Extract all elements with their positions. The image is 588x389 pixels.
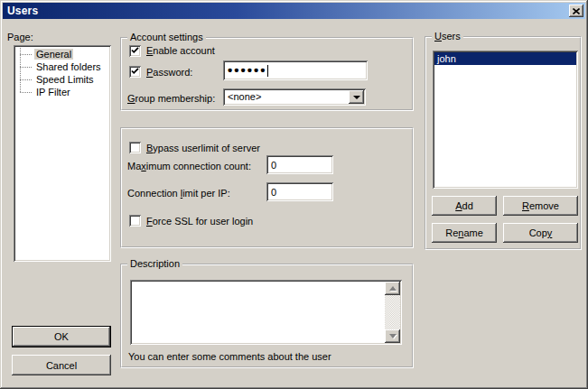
- password-label[interactable]: Password:: [146, 67, 192, 79]
- dropdown-button[interactable]: [349, 90, 364, 104]
- check-icon: [131, 68, 139, 75]
- close-icon: [573, 8, 580, 14]
- page-item-label: Speed Limits: [34, 74, 96, 85]
- ok-label: OK: [54, 331, 69, 342]
- account-settings-group: Account settings Enable account Password…: [120, 37, 414, 111]
- remove-button[interactable]: Remove: [503, 196, 578, 216]
- description-group: Description You can enter some comments …: [120, 264, 414, 368]
- cancel-button[interactable]: Cancel: [12, 355, 111, 375]
- description-hint: You can enter some comments about the us…: [128, 351, 331, 363]
- connection-limit-per-ip-label: Connection limit per IP:: [127, 188, 230, 199]
- user-list-item[interactable]: john: [434, 52, 576, 65]
- password-masked-value: ••••••: [228, 63, 267, 78]
- close-button[interactable]: [569, 5, 583, 17]
- rename-button[interactable]: Rename: [432, 223, 497, 243]
- bypass-userlimit-checkbox[interactable]: [129, 142, 141, 153]
- account-settings-title: Account settings: [127, 32, 206, 43]
- users-group: Users john Add Remove Rename Copy: [425, 36, 582, 250]
- users-group-title: Users: [432, 31, 463, 42]
- page-item-label: IP Filter: [34, 87, 72, 97]
- force-ssl-label[interactable]: Force SSL for user login: [146, 216, 253, 227]
- connection-limit-per-ip-input[interactable]: [266, 182, 333, 201]
- group-membership-value: <none>: [228, 91, 261, 103]
- scroll-up-button[interactable]: [385, 282, 400, 295]
- copy-button[interactable]: Copy: [503, 223, 578, 243]
- enable-account-checkbox[interactable]: [129, 45, 141, 57]
- window-title: Users: [7, 5, 38, 17]
- titlebar[interactable]: Users: [3, 3, 585, 19]
- arrow-up-icon: [389, 282, 397, 291]
- arrow-down-icon: [389, 334, 397, 342]
- bypass-userlimit-label[interactable]: Bypass userlimit of server: [146, 143, 260, 154]
- cancel-label: Cancel: [46, 360, 77, 371]
- group-membership-select[interactable]: <none>: [223, 88, 366, 106]
- page-list[interactable]: General Shared folders Speed Limits IP F…: [14, 45, 111, 262]
- scrollbar-track[interactable]: [385, 295, 400, 329]
- password-input[interactable]: ••••••: [223, 60, 368, 80]
- text-caret: [267, 65, 268, 77]
- copy-label: Copy: [529, 227, 553, 238]
- rename-label: Rename: [445, 227, 483, 238]
- max-connection-input[interactable]: [266, 155, 333, 174]
- users-list[interactable]: john: [433, 51, 578, 189]
- page-item-label: Shared folders: [34, 61, 103, 72]
- description-textarea[interactable]: [130, 280, 402, 345]
- force-ssl-checkbox[interactable]: [129, 215, 141, 227]
- limits-group: Bypass userlimit of server Maximum conne…: [120, 127, 414, 248]
- users-dialog: Users Page: General Shared folders Speed…: [0, 0, 588, 389]
- page-item-label: General: [34, 49, 73, 60]
- password-checkbox[interactable]: [129, 66, 141, 78]
- page-item-shared-folders[interactable]: Shared folders: [15, 60, 111, 73]
- check-icon: [131, 47, 139, 54]
- page-tree: General Shared folders Speed Limits IP F…: [15, 47, 111, 98]
- description-title: Description: [127, 258, 182, 270]
- group-membership-label: Group membership:: [127, 93, 215, 105]
- page-item-speed-limits[interactable]: Speed Limits: [15, 73, 111, 86]
- description-scrollbar[interactable]: [385, 282, 400, 343]
- remove-label: Remove: [522, 200, 559, 211]
- max-connection-label: Maximum connection count:: [127, 161, 251, 172]
- add-label: Add: [455, 200, 473, 211]
- user-name: john: [437, 53, 456, 64]
- page-label: Page:: [7, 32, 33, 43]
- chevron-down-icon: [353, 96, 360, 103]
- add-button[interactable]: Add: [432, 196, 497, 216]
- scroll-down-button[interactable]: [385, 329, 400, 343]
- ok-button[interactable]: OK: [12, 326, 111, 347]
- page-item-general[interactable]: General: [15, 48, 111, 60]
- page-item-ip-filter[interactable]: IP Filter: [15, 86, 111, 98]
- enable-account-label[interactable]: Enable account: [146, 45, 215, 57]
